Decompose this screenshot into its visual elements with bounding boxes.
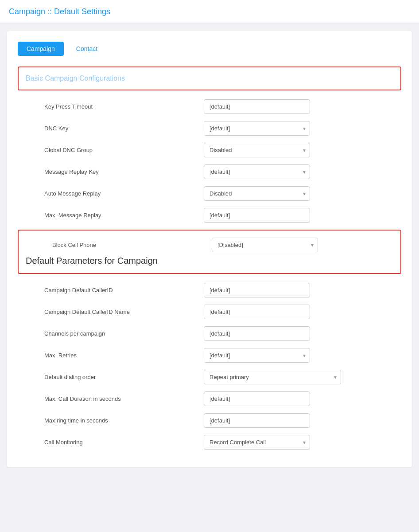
campaign-callerid-row: Campaign Default CallerID bbox=[18, 283, 401, 297]
max-ring-time-row: Max.ring time in seconds bbox=[18, 413, 401, 428]
global-dnc-group-control: Disabled ▾ bbox=[204, 143, 310, 157]
global-dnc-group-label: Global DNC Group bbox=[18, 147, 204, 153]
default-params-section-box: Block Cell Phone [Disabled] ▾ Default Pa… bbox=[18, 230, 401, 274]
campaign-callerid-name-row: Campaign Default CallerID Name bbox=[18, 305, 401, 319]
channels-per-campaign-control bbox=[204, 326, 310, 341]
auto-message-replay-row: Auto Message Replay Disabled ▾ bbox=[18, 186, 401, 201]
default-dialing-order-select[interactable]: Repeat primary bbox=[204, 370, 341, 384]
campaign-callerid-name-control bbox=[204, 305, 310, 319]
page-title: Campaign :: Default Settings bbox=[0, 0, 419, 24]
basic-config-fields: Key Press Timeout DNC Key [default] ▾ Gl… bbox=[18, 99, 401, 223]
max-call-duration-control bbox=[204, 391, 310, 406]
dnc-key-control: [default] ▾ bbox=[204, 121, 310, 136]
max-ring-time-input[interactable] bbox=[204, 413, 310, 428]
dnc-key-select[interactable]: [default] bbox=[204, 121, 310, 136]
message-replay-key-control: [default] ▾ bbox=[204, 164, 310, 179]
global-dnc-group-select[interactable]: Disabled bbox=[204, 143, 310, 157]
max-call-duration-row: Max. Call Duration in seconds bbox=[18, 391, 401, 406]
campaign-callerid-input[interactable] bbox=[204, 283, 310, 297]
max-retries-select[interactable]: [default] bbox=[204, 348, 310, 363]
max-call-duration-input[interactable] bbox=[204, 391, 310, 406]
default-dialing-order-control: Repeat primary ▾ bbox=[204, 370, 341, 384]
max-retries-control: [default] ▾ bbox=[204, 348, 310, 363]
channels-per-campaign-row: Channels per campaign bbox=[18, 326, 401, 341]
call-monitoring-control: Record Complete Call ▾ bbox=[204, 435, 310, 450]
max-retries-row: Max. Retries [default] ▾ bbox=[18, 348, 401, 363]
block-cell-phone-label: Block Cell Phone bbox=[26, 242, 212, 248]
default-dialing-order-row: Default dialing order Repeat primary ▾ bbox=[18, 370, 401, 384]
campaign-callerid-control bbox=[204, 283, 310, 297]
max-message-replay-label: Max. Message Replay bbox=[18, 212, 204, 219]
auto-message-replay-select[interactable]: Disabled bbox=[204, 186, 310, 201]
key-press-timeout-row: Key Press Timeout bbox=[18, 99, 401, 114]
max-ring-time-label: Max.ring time in seconds bbox=[18, 417, 204, 424]
main-container: Campaign Contact Basic Campaign Configur… bbox=[7, 31, 412, 467]
default-params-fields: Campaign Default CallerID Campaign Defau… bbox=[18, 283, 401, 450]
basic-campaign-section: Basic Campaign Configurations bbox=[18, 66, 401, 90]
call-monitoring-label: Call Monitoring bbox=[18, 439, 204, 446]
channels-per-campaign-input[interactable] bbox=[204, 326, 310, 341]
dnc-key-label: DNC Key bbox=[18, 125, 204, 132]
default-dialing-order-label: Default dialing order bbox=[18, 374, 204, 380]
basic-campaign-title: Basic Campaign Configurations bbox=[26, 74, 393, 82]
default-params-title: Default Parameters for Campaign bbox=[26, 256, 393, 266]
max-call-duration-label: Max. Call Duration in seconds bbox=[18, 395, 204, 402]
campaign-callerid-label: Campaign Default CallerID bbox=[18, 287, 204, 293]
call-monitoring-row: Call Monitoring Record Complete Call ▾ bbox=[18, 435, 401, 450]
max-retries-label: Max. Retries bbox=[18, 352, 204, 359]
key-press-timeout-control bbox=[204, 99, 310, 114]
call-monitoring-select[interactable]: Record Complete Call bbox=[204, 435, 310, 450]
message-replay-key-select[interactable]: [default] bbox=[204, 164, 310, 179]
key-press-timeout-label: Key Press Timeout bbox=[18, 103, 204, 110]
block-cell-phone-row: Block Cell Phone [Disabled] ▾ bbox=[26, 238, 393, 252]
campaign-callerid-name-label: Campaign Default CallerID Name bbox=[18, 309, 204, 315]
max-message-replay-row: Max. Message Replay bbox=[18, 208, 401, 223]
key-press-timeout-input[interactable] bbox=[204, 99, 310, 114]
message-replay-key-label: Message Replay Key bbox=[18, 168, 204, 175]
tab-contact[interactable]: Contact bbox=[67, 42, 106, 56]
max-ring-time-control bbox=[204, 413, 310, 428]
block-cell-phone-control: [Disabled] ▾ bbox=[212, 238, 318, 252]
tab-bar: Campaign Contact bbox=[18, 42, 401, 56]
channels-per-campaign-label: Channels per campaign bbox=[18, 330, 204, 337]
auto-message-replay-label: Auto Message Replay bbox=[18, 190, 204, 197]
tab-campaign[interactable]: Campaign bbox=[18, 42, 64, 56]
dnc-key-row: DNC Key [default] ▾ bbox=[18, 121, 401, 136]
message-replay-key-row: Message Replay Key [default] ▾ bbox=[18, 164, 401, 179]
auto-message-replay-control: Disabled ▾ bbox=[204, 186, 310, 201]
max-message-replay-input[interactable] bbox=[204, 208, 310, 223]
max-message-replay-control bbox=[204, 208, 310, 223]
global-dnc-group-row: Global DNC Group Disabled ▾ bbox=[18, 143, 401, 157]
campaign-callerid-name-input[interactable] bbox=[204, 305, 310, 319]
block-cell-phone-select[interactable]: [Disabled] bbox=[212, 238, 318, 252]
